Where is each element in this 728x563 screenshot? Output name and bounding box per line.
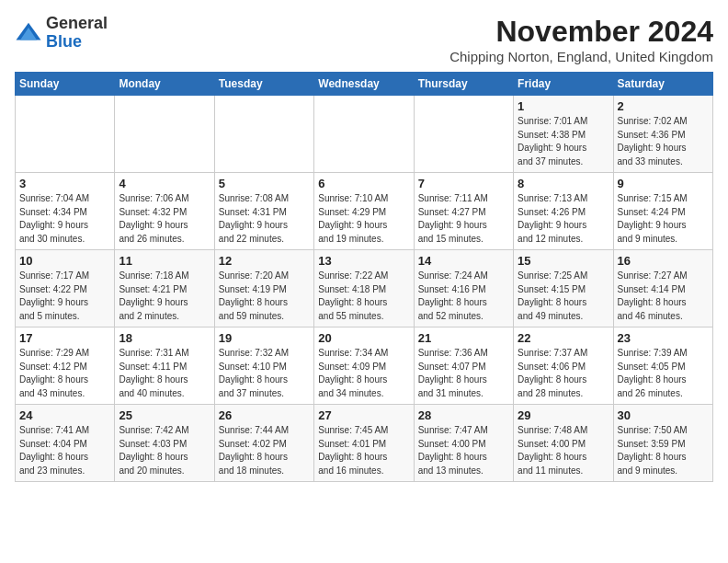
day-info: Sunrise: 7:22 AM Sunset: 4:18 PM Dayligh… [318,270,409,323]
day-info: Sunrise: 7:01 AM Sunset: 4:38 PM Dayligh… [518,115,609,168]
weekday-header: Monday [115,73,214,96]
calendar-cell: 8Sunrise: 7:13 AM Sunset: 4:26 PM Daylig… [514,173,613,250]
calendar-cell: 17Sunrise: 7:29 AM Sunset: 4:12 PM Dayli… [16,327,115,405]
day-number: 9 [618,177,709,190]
calendar-cell [414,96,513,173]
calendar-cell: 22Sunrise: 7:37 AM Sunset: 4:06 PM Dayli… [514,327,613,405]
weekday-header: Wednesday [314,73,414,96]
day-number: 11 [119,254,210,268]
calendar-cell: 9Sunrise: 7:15 AM Sunset: 4:24 PM Daylig… [613,173,712,250]
location-subtitle: Chipping Norton, England, United Kingdom [449,49,713,64]
day-number: 19 [219,331,310,345]
logo-icon [15,19,42,47]
calendar-week-row: 24Sunrise: 7:41 AM Sunset: 4:04 PM Dayli… [16,405,713,482]
day-info: Sunrise: 7:41 AM Sunset: 4:04 PM Dayligh… [19,424,110,477]
calendar-cell: 26Sunrise: 7:44 AM Sunset: 4:02 PM Dayli… [214,405,313,482]
day-number: 12 [219,254,310,268]
day-number: 3 [19,177,110,190]
day-info: Sunrise: 7:10 AM Sunset: 4:29 PM Dayligh… [318,192,409,246]
weekday-header: Thursday [414,73,513,96]
day-info: Sunrise: 7:15 AM Sunset: 4:24 PM Dayligh… [618,192,709,246]
calendar-table: SundayMondayTuesdayWednesdayThursdayFrid… [15,72,713,482]
day-info: Sunrise: 7:32 AM Sunset: 4:10 PM Dayligh… [219,347,310,400]
day-number: 15 [518,254,609,268]
calendar-cell [314,96,414,173]
day-info: Sunrise: 7:45 AM Sunset: 4:01 PM Dayligh… [318,424,409,477]
calendar-cell: 15Sunrise: 7:25 AM Sunset: 4:15 PM Dayli… [514,250,613,327]
day-info: Sunrise: 7:29 AM Sunset: 4:12 PM Dayligh… [19,347,110,400]
day-number: 7 [418,177,509,190]
calendar-cell: 14Sunrise: 7:24 AM Sunset: 4:16 PM Dayli… [414,250,513,327]
calendar-cell [214,96,313,173]
logo-general-text: General [46,14,108,32]
day-number: 1 [518,99,609,113]
calendar-cell: 29Sunrise: 7:48 AM Sunset: 4:00 PM Dayli… [514,405,613,482]
day-info: Sunrise: 7:18 AM Sunset: 4:21 PM Dayligh… [119,270,210,323]
day-number: 4 [119,177,210,190]
calendar-cell [16,96,115,173]
weekday-header: Tuesday [214,73,313,96]
day-number: 27 [318,408,409,422]
day-info: Sunrise: 7:08 AM Sunset: 4:31 PM Dayligh… [219,192,310,246]
calendar-week-row: 17Sunrise: 7:29 AM Sunset: 4:12 PM Dayli… [16,327,713,405]
day-info: Sunrise: 7:02 AM Sunset: 4:36 PM Dayligh… [618,115,709,168]
calendar-week-row: 1Sunrise: 7:01 AM Sunset: 4:38 PM Daylig… [16,96,713,173]
calendar-cell: 20Sunrise: 7:34 AM Sunset: 4:09 PM Dayli… [314,327,414,405]
weekday-header: Friday [514,73,613,96]
calendar-cell: 16Sunrise: 7:27 AM Sunset: 4:14 PM Dayli… [613,250,712,327]
day-number: 24 [19,408,110,422]
calendar-cell: 30Sunrise: 7:50 AM Sunset: 3:59 PM Dayli… [613,405,712,482]
day-info: Sunrise: 7:44 AM Sunset: 4:02 PM Dayligh… [219,424,310,477]
day-info: Sunrise: 7:17 AM Sunset: 4:22 PM Dayligh… [19,270,110,323]
page-header: General Blue November 2024 Chipping Nort… [15,15,713,64]
day-number: 25 [119,408,210,422]
calendar-cell: 1Sunrise: 7:01 AM Sunset: 4:38 PM Daylig… [514,96,613,173]
day-info: Sunrise: 7:31 AM Sunset: 4:11 PM Dayligh… [119,347,210,400]
day-info: Sunrise: 7:24 AM Sunset: 4:16 PM Dayligh… [418,270,509,323]
calendar-cell: 4Sunrise: 7:06 AM Sunset: 4:32 PM Daylig… [115,173,214,250]
weekday-header: Saturday [613,73,712,96]
day-number: 30 [618,408,709,422]
logo-blue-text: Blue [46,32,82,51]
day-number: 14 [418,254,509,268]
day-number: 17 [19,331,110,345]
calendar-cell: 7Sunrise: 7:11 AM Sunset: 4:27 PM Daylig… [414,173,513,250]
day-info: Sunrise: 7:06 AM Sunset: 4:32 PM Dayligh… [119,192,210,246]
calendar-cell: 25Sunrise: 7:42 AM Sunset: 4:03 PM Dayli… [115,405,214,482]
day-info: Sunrise: 7:04 AM Sunset: 4:34 PM Dayligh… [19,192,110,246]
day-info: Sunrise: 7:25 AM Sunset: 4:15 PM Dayligh… [518,270,609,323]
day-number: 26 [219,408,310,422]
day-number: 23 [618,331,709,345]
calendar-cell: 3Sunrise: 7:04 AM Sunset: 4:34 PM Daylig… [16,173,115,250]
day-number: 5 [219,177,310,190]
calendar-cell: 18Sunrise: 7:31 AM Sunset: 4:11 PM Dayli… [115,327,214,405]
calendar-cell [115,96,214,173]
day-info: Sunrise: 7:13 AM Sunset: 4:26 PM Dayligh… [518,192,609,246]
calendar-cell: 10Sunrise: 7:17 AM Sunset: 4:22 PM Dayli… [16,250,115,327]
title-block: November 2024 Chipping Norton, England, … [449,15,713,64]
day-number: 13 [318,254,409,268]
day-info: Sunrise: 7:27 AM Sunset: 4:14 PM Dayligh… [618,270,709,323]
calendar-cell: 6Sunrise: 7:10 AM Sunset: 4:29 PM Daylig… [314,173,414,250]
calendar-cell: 13Sunrise: 7:22 AM Sunset: 4:18 PM Dayli… [314,250,414,327]
calendar-cell: 24Sunrise: 7:41 AM Sunset: 4:04 PM Dayli… [16,405,115,482]
day-info: Sunrise: 7:48 AM Sunset: 4:00 PM Dayligh… [518,424,609,477]
day-number: 29 [518,408,609,422]
day-number: 10 [19,254,110,268]
day-number: 28 [418,408,509,422]
day-info: Sunrise: 7:37 AM Sunset: 4:06 PM Dayligh… [518,347,609,400]
day-number: 2 [618,99,709,113]
day-number: 6 [318,177,409,190]
day-info: Sunrise: 7:11 AM Sunset: 4:27 PM Dayligh… [418,192,509,246]
day-info: Sunrise: 7:34 AM Sunset: 4:09 PM Dayligh… [318,347,409,400]
day-number: 20 [318,331,409,345]
logo: General Blue [15,15,108,52]
day-number: 8 [518,177,609,190]
calendar-cell: 2Sunrise: 7:02 AM Sunset: 4:36 PM Daylig… [613,96,712,173]
day-number: 21 [418,331,509,345]
day-info: Sunrise: 7:50 AM Sunset: 3:59 PM Dayligh… [618,424,709,477]
calendar-cell: 23Sunrise: 7:39 AM Sunset: 4:05 PM Dayli… [613,327,712,405]
calendar-cell: 21Sunrise: 7:36 AM Sunset: 4:07 PM Dayli… [414,327,513,405]
day-number: 18 [119,331,210,345]
month-title: November 2024 [449,15,713,49]
